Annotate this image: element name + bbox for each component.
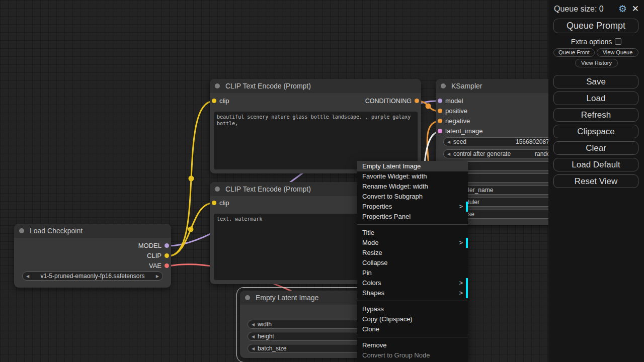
port-label: negative [445, 116, 470, 126]
node-status-dot [441, 83, 446, 88]
gear-icon[interactable]: ⚙ [618, 3, 627, 15]
widget-label: seed [453, 138, 466, 146]
menu-item-remove[interactable]: Remove [357, 340, 468, 350]
menu-item-rename-widget-width[interactable]: Rename Widget: width [357, 182, 468, 192]
widget-label: control after generate [453, 150, 511, 158]
node-titlebar[interactable]: CLIP Text Encode (Prompt) [210, 79, 421, 93]
menu-item-label: Rename Widget: width [362, 183, 428, 190]
port-label: MODEL [138, 241, 162, 251]
save-button[interactable]: Save [553, 75, 638, 88]
node-title: Load Checkpoint [30, 227, 83, 235]
menu-item-shapes[interactable]: Shapes> [357, 288, 468, 298]
positive-input-port[interactable] [438, 109, 442, 113]
port-label: VAE [149, 261, 162, 271]
menu-item-label: Pin [362, 269, 372, 277]
widget-label: batch_size [258, 344, 286, 353]
comfy-menu-panel: Queue size: 0 ⚙ ✕ Queue Prompt Extra opt… [548, 0, 644, 362]
next-value-icon[interactable]: ▶ [156, 272, 159, 281]
submenu-accent-bar [466, 202, 468, 212]
menu-item-label: Properties Panel [362, 213, 411, 220]
menu-item-collapse[interactable]: Collapse [357, 258, 468, 268]
decrement-icon[interactable]: ◀ [252, 320, 255, 329]
port-label: clip [219, 198, 229, 208]
load-default-button[interactable]: Load Default [553, 158, 638, 171]
submenu-arrow-icon: > [459, 202, 463, 212]
menu-item-properties-panel[interactable]: Properties Panel [357, 212, 468, 222]
close-icon[interactable]: ✕ [632, 4, 639, 14]
widget-label: width [258, 320, 272, 329]
menu-item-label: Collapse [362, 259, 388, 266]
menu-item-label: Bypass [362, 305, 384, 313]
decrement-icon[interactable]: ◀ [447, 138, 450, 146]
refresh-button[interactable]: Refresh [553, 108, 638, 122]
view-history-button[interactable]: View History [575, 59, 618, 67]
queue-prompt-button[interactable]: Queue Prompt [553, 19, 638, 33]
menu-item-label: Mode [362, 239, 379, 246]
node-status-dot [245, 295, 250, 300]
node-title: CLIP Text Encode (Prompt) [225, 185, 311, 193]
node-load-checkpoint[interactable]: Load Checkpoint MODELCLIPVAE ◀ v1-5-prun… [14, 224, 171, 288]
node-titlebar[interactable]: Load Checkpoint [14, 224, 171, 238]
menu-item-title[interactable]: Title [357, 228, 468, 238]
vae-output-port[interactable] [165, 263, 169, 268]
extra-options-checkbox[interactable] [615, 38, 621, 45]
menu-divider [357, 224, 468, 225]
decrement-icon[interactable]: ◀ [447, 150, 450, 158]
menu-item-bypass[interactable]: Bypass [357, 304, 468, 314]
menu-item-label: Remove [362, 341, 386, 349]
menu-item-convert-to-group-node-deprecated-[interactable]: Convert to Group Node (Deprecated) [357, 350, 468, 360]
negative-input-port[interactable] [438, 119, 442, 123]
menu-item-resize[interactable]: Resize [357, 248, 468, 258]
menu-item-copy-clipspace-[interactable]: Copy (Clipspace) [357, 314, 468, 324]
menu-divider [357, 337, 468, 337]
ckpt-name-widget[interactable]: ◀ v1-5-pruned-emaonly-fp16.safetensors ▶ [22, 272, 163, 281]
menu-item-label: Resize [362, 249, 382, 256]
reset-view-button[interactable]: Reset View [553, 174, 638, 188]
menu-item-label: Properties [362, 203, 392, 210]
queue-front-button[interactable]: Queue Front [553, 48, 595, 57]
decrement-icon[interactable]: ◀ [252, 344, 255, 353]
model-output-port[interactable] [165, 243, 169, 248]
comfyui-app: KSampler modelpositivenegativelatent_ima… [0, 0, 644, 362]
node-status-dot [215, 187, 220, 192]
menu-item-label: Favorite Widget: width [362, 172, 427, 180]
latent_image-input-port[interactable] [438, 129, 442, 133]
menu-item-colors[interactable]: Colors> [357, 278, 468, 288]
view-queue-button[interactable]: View Queue [597, 48, 638, 57]
menu-item-clone[interactable]: Clone [357, 324, 468, 334]
model-input-port[interactable] [438, 99, 442, 103]
menu-item-properties[interactable]: Properties> [357, 202, 468, 212]
port-label: CLIP [147, 251, 162, 261]
widget-label: height [258, 332, 274, 341]
conditioning-output-port[interactable] [415, 99, 419, 103]
node-clip-text-encode-positive[interactable]: CLIP Text Encode (Prompt) clip CONDITION… [210, 79, 421, 173]
menu-item-label: Convert to Subgraph [362, 193, 423, 200]
menu-item-label: Title [362, 229, 374, 236]
submenu-arrow-icon: > [459, 238, 463, 248]
extra-options-row: Extra options [548, 38, 644, 46]
previous-value-icon[interactable]: ◀ [26, 272, 29, 281]
menu-item-convert-to-subgraph[interactable]: Convert to Subgraph [357, 192, 468, 202]
node-title: Empty Latent Image [256, 294, 318, 302]
menu-item-label: Colors [362, 279, 381, 287]
load-button[interactable]: Load [553, 92, 638, 105]
port-label: latent_image [445, 126, 482, 136]
submenu-accent-bar [466, 288, 468, 298]
node-title: CLIP Text Encode (Prompt) [225, 82, 311, 90]
submenu-arrow-icon: > [459, 278, 463, 288]
clip-input-port[interactable] [212, 201, 216, 205]
port-label: CONDITIONING [365, 96, 412, 106]
clipspace-button[interactable]: Clipspace [553, 125, 638, 138]
menu-item-favorite-widget-width[interactable]: Favorite Widget: width [357, 171, 468, 182]
menu-item-label: Copy (Clipspace) [362, 315, 413, 323]
clear-button[interactable]: Clear [553, 141, 638, 155]
submenu-arrow-icon: > [459, 288, 463, 298]
submenu-accent-bar [466, 278, 468, 288]
decrement-icon[interactable]: ◀ [252, 332, 255, 341]
clip-output-port[interactable] [165, 253, 169, 258]
menu-item-mode[interactable]: Mode> [357, 238, 468, 248]
menu-item-label: Clone [362, 325, 379, 333]
menu-item-pin[interactable]: Pin [357, 268, 468, 278]
port-label: positive [445, 106, 467, 116]
extra-options-label: Extra options [571, 38, 612, 46]
